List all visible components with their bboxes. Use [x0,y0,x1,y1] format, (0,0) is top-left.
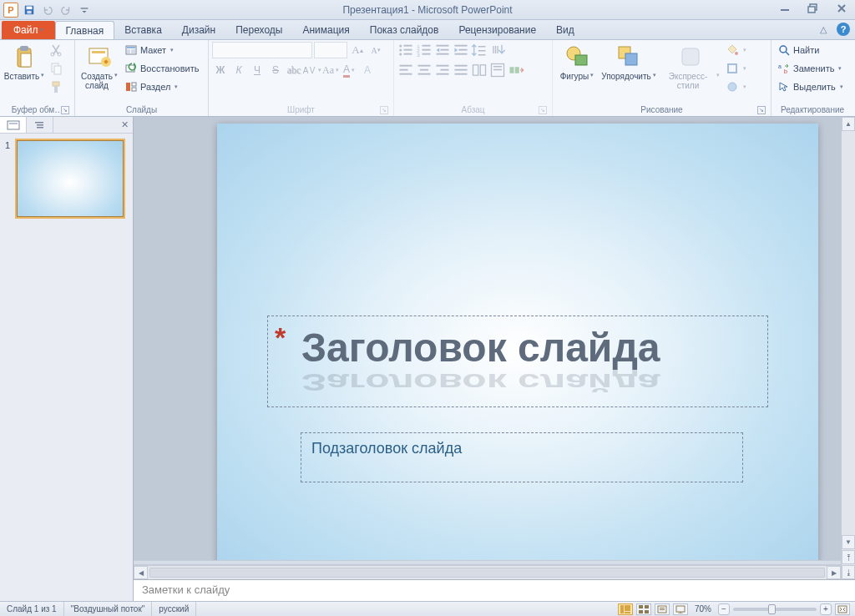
tab-slideshow[interactable]: Показ слайдов [360,21,449,39]
strike-button[interactable]: S [267,62,284,78]
fit-to-window-button[interactable] [835,603,850,615]
font-size-input[interactable] [314,42,347,58]
prev-slide-button[interactable]: ⭱ [842,550,855,564]
text-direction-button[interactable]: Ⅲ [489,42,506,58]
qat-customize-icon[interactable] [77,3,92,18]
undo-icon[interactable] [40,3,55,18]
dialog-launcher-icon[interactable]: ↘ [380,106,388,114]
layout-button[interactable]: Макет▾ [122,42,201,58]
horizontal-scrollbar[interactable]: ◀ ▶ [134,565,841,579]
char-spacing-button[interactable]: AV▾ [304,62,321,78]
slide-canvas[interactable]: *Заголовок слайда Заголовок слайда Подза… [217,124,818,574]
shape-fill-button[interactable]: ▾ [723,42,749,58]
smartart-button[interactable] [508,62,524,78]
italic-button[interactable]: К [230,62,247,78]
font-name-input[interactable] [212,42,312,58]
scroll-up-button[interactable]: ▲ [842,117,855,131]
find-button[interactable]: Найти [775,42,846,58]
shape-effects-button[interactable]: ▾ [723,78,749,95]
view-sorter-button[interactable] [636,603,651,615]
reset-button[interactable]: Восстановить [122,60,201,77]
panel-tab-slides[interactable] [0,117,27,133]
bold-button[interactable]: Ж [212,62,229,78]
decrease-indent-button[interactable] [434,42,451,58]
tab-view[interactable]: Вид [546,21,584,39]
slide-editor[interactable]: *Заголовок слайда Заголовок слайда Подза… [134,117,855,601]
copy-button[interactable] [47,60,65,77]
align-right-button[interactable] [434,62,451,78]
shadow-button[interactable]: abc [286,62,302,78]
clear-format-button[interactable]: A [359,62,376,78]
subtitle-placeholder[interactable]: Подзаголовок слайда [301,432,743,482]
save-icon[interactable] [22,3,37,18]
zoom-in-button[interactable]: + [820,603,832,615]
cut-button[interactable] [47,42,65,58]
new-slide-button[interactable]: Создать слайд▾ [78,42,120,92]
zoom-level[interactable]: 70% [695,604,711,613]
dialog-launcher-icon[interactable]: ↘ [539,106,547,114]
next-slide-button[interactable]: ⭳ [842,565,855,579]
minimize-button[interactable] [775,2,795,15]
scroll-right-button[interactable]: ▶ [827,566,841,579]
panel-tab-outline[interactable] [27,117,53,133]
align-center-button[interactable] [416,62,433,78]
increase-indent-button[interactable] [453,42,469,58]
dialog-launcher-icon[interactable]: ↘ [757,106,766,114]
minimize-ribbon-icon[interactable]: △ [817,23,830,36]
quick-styles-button[interactable]: Экспресс-стили▾ [660,42,721,92]
notes-pane[interactable]: Заметки к слайду [134,579,855,601]
select-button[interactable]: Выделить▾ [775,78,846,95]
underline-button[interactable]: Ч [249,62,266,78]
status-theme[interactable]: "Воздушный поток" [64,602,153,616]
change-case-button[interactable]: Aa▾ [322,62,339,78]
chevron-down-icon: ▾ [170,47,174,53]
status-language[interactable]: русский [152,602,196,616]
zoom-slider-handle[interactable] [768,604,776,614]
align-text-button[interactable] [489,62,506,78]
status-slide-position[interactable]: Слайд 1 из 1 [0,602,64,616]
shape-outline-button[interactable]: ▾ [723,60,749,77]
tab-transitions[interactable]: Переходы [225,21,292,39]
zoom-slider[interactable] [733,608,817,611]
paste-button[interactable]: Вставить▾ [3,42,45,92]
panel-close-button[interactable]: ✕ [116,117,133,133]
slide-thumbnail-1[interactable] [17,140,124,217]
view-reading-button[interactable] [655,603,670,615]
hscroll-thumb[interactable] [149,568,825,578]
redo-icon[interactable] [58,3,73,18]
zoom-out-button[interactable]: − [718,603,730,615]
scroll-down-button[interactable]: ▼ [842,535,855,549]
columns-button[interactable] [471,62,488,78]
line-spacing-button[interactable] [471,42,488,58]
section-button[interactable]: Раздел▾ [122,78,201,95]
close-button[interactable] [832,2,852,15]
shapes-button[interactable]: Фигуры▾ [556,42,598,92]
group-clipboard: Вставить▾ Буфер обм…↘ [0,40,75,116]
tab-file[interactable]: Файл▾ [2,21,55,39]
tab-home[interactable]: Главная [55,21,115,39]
scroll-left-button[interactable]: ◀ [134,566,148,579]
align-left-button[interactable] [397,62,414,78]
app-icon[interactable]: P [3,3,18,18]
view-slideshow-button[interactable] [673,603,688,615]
numbering-button[interactable]: 123 [416,42,433,58]
replace-button[interactable]: abЗаменить▾ [775,60,846,77]
font-color-button[interactable]: A▾ [341,62,357,78]
restore-button[interactable] [803,2,823,15]
arrange-button[interactable]: Упорядочить▾ [600,42,658,92]
tab-insert[interactable]: Вставка [114,21,172,39]
dialog-launcher-icon[interactable]: ↘ [61,106,69,114]
tab-design[interactable]: Дизайн [172,21,225,39]
svg-rect-39 [422,53,431,55]
shrink-font-button[interactable]: A▾ [367,42,384,58]
grow-font-button[interactable]: A▴ [349,42,366,58]
title-placeholder[interactable]: *Заголовок слайда Заголовок слайда [267,316,768,407]
view-normal-button[interactable] [618,603,633,615]
help-icon[interactable]: ? [837,23,850,36]
tab-review[interactable]: Рецензирование [448,21,546,39]
vertical-scrollbar[interactable]: ▲ ▼ ⭱ ⭳ [841,117,855,579]
justify-button[interactable] [453,62,469,78]
format-painter-button[interactable] [47,78,65,95]
tab-animations[interactable]: Анимация [292,21,359,39]
bullets-button[interactable] [397,42,414,58]
